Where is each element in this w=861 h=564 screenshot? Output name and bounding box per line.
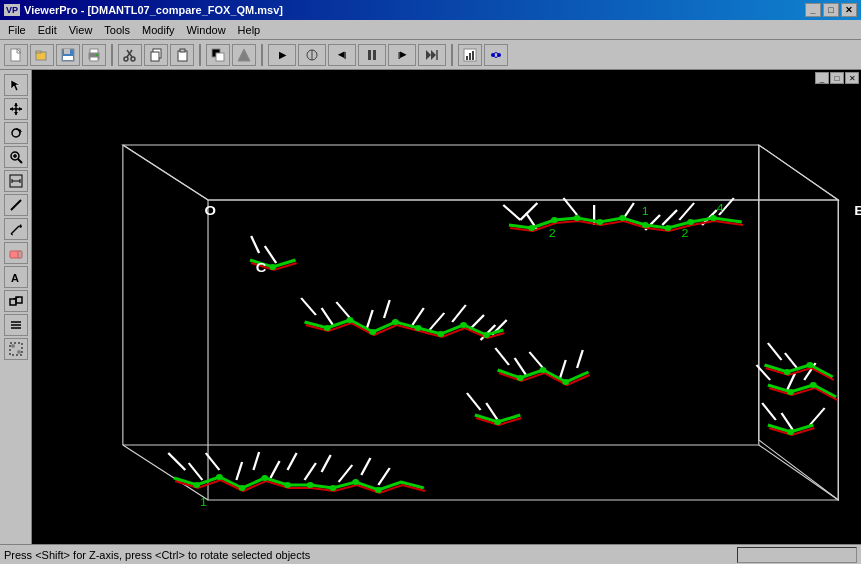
close-button[interactable]: ✕ bbox=[841, 3, 857, 17]
transform-tool[interactable] bbox=[4, 290, 28, 312]
menu-modify[interactable]: Modify bbox=[136, 22, 180, 38]
draw-tool[interactable] bbox=[4, 218, 28, 240]
svg-line-53 bbox=[11, 200, 21, 210]
svg-text:4: 4 bbox=[717, 202, 724, 214]
maximize-button[interactable]: □ bbox=[823, 3, 839, 17]
svg-marker-27 bbox=[426, 50, 431, 60]
svg-line-56 bbox=[11, 234, 13, 235]
svg-rect-32 bbox=[469, 53, 471, 60]
svg-rect-33 bbox=[472, 51, 474, 60]
zoom-tool[interactable] bbox=[4, 146, 28, 168]
svg-point-93 bbox=[574, 215, 581, 221]
menu-bar: File Edit View Tools Modify Window Help bbox=[0, 20, 861, 40]
svg-point-160 bbox=[216, 474, 223, 480]
svg-marker-40 bbox=[14, 112, 18, 115]
svg-point-92 bbox=[551, 217, 558, 223]
bond-tool[interactable] bbox=[4, 194, 28, 216]
svg-text:1: 1 bbox=[200, 496, 207, 508]
svg-point-94 bbox=[596, 219, 603, 225]
svg-point-144 bbox=[787, 389, 794, 395]
group-tool[interactable] bbox=[4, 338, 28, 360]
sep2 bbox=[199, 44, 201, 66]
label-tool[interactable]: A bbox=[4, 266, 28, 288]
step-fwd-button[interactable]: |▶ bbox=[388, 44, 416, 66]
svg-point-118 bbox=[392, 319, 399, 325]
select-tool[interactable] bbox=[4, 74, 28, 96]
fast-fwd-button[interactable] bbox=[418, 44, 446, 66]
minimize-button[interactable]: _ bbox=[805, 3, 821, 17]
save-button[interactable] bbox=[56, 44, 80, 66]
title-bar-left: VP ViewerPro - [DMANTL07_compare_FOX_QM.… bbox=[4, 4, 283, 16]
svg-rect-26 bbox=[373, 50, 376, 60]
animate-button[interactable] bbox=[484, 44, 508, 66]
inner-minimize-button[interactable]: _ bbox=[815, 72, 829, 84]
svg-marker-55 bbox=[19, 224, 22, 228]
svg-point-117 bbox=[369, 329, 376, 335]
inner-window-controls: _ □ ✕ bbox=[813, 70, 861, 86]
step-back-button[interactable]: ◀| bbox=[328, 44, 356, 66]
svg-text:2: 2 bbox=[682, 227, 689, 239]
menu-help[interactable]: Help bbox=[232, 22, 267, 38]
svg-point-161 bbox=[239, 485, 246, 491]
svg-rect-58 bbox=[18, 251, 22, 258]
svg-point-96 bbox=[642, 222, 649, 228]
pause-button[interactable] bbox=[358, 44, 386, 66]
svg-point-115 bbox=[324, 325, 331, 331]
main-area: A bbox=[0, 70, 861, 544]
viewport[interactable]: 2 1 2 4 bbox=[32, 70, 861, 544]
svg-marker-42 bbox=[19, 107, 22, 111]
svg-marker-39 bbox=[14, 103, 18, 106]
svg-rect-7 bbox=[63, 56, 73, 60]
copy-button[interactable] bbox=[144, 44, 168, 66]
svg-rect-25 bbox=[368, 50, 371, 60]
title-bar-right: _ □ ✕ bbox=[805, 3, 857, 17]
color-bg-button[interactable] bbox=[232, 44, 256, 66]
svg-point-162 bbox=[261, 475, 268, 481]
translate-tool[interactable] bbox=[4, 98, 28, 120]
svg-point-116 bbox=[347, 317, 354, 323]
svg-point-14 bbox=[124, 57, 128, 61]
svg-marker-41 bbox=[10, 107, 13, 111]
open-button[interactable] bbox=[30, 44, 54, 66]
svg-point-164 bbox=[307, 482, 314, 488]
svg-point-119 bbox=[415, 325, 422, 331]
new-button[interactable] bbox=[4, 44, 28, 66]
menu-tools[interactable]: Tools bbox=[98, 22, 136, 38]
eraser-tool[interactable] bbox=[4, 242, 28, 264]
measure-tool[interactable] bbox=[4, 170, 28, 192]
inner-maximize-button[interactable]: □ bbox=[830, 72, 844, 84]
graph-button[interactable] bbox=[458, 44, 482, 66]
inner-close-button[interactable]: ✕ bbox=[845, 72, 859, 84]
cut-button[interactable] bbox=[118, 44, 142, 66]
svg-text:O: O bbox=[205, 203, 217, 218]
svg-point-91 bbox=[528, 225, 535, 231]
svg-point-121 bbox=[460, 322, 467, 328]
play-button[interactable]: ▶ bbox=[268, 44, 296, 66]
svg-point-159 bbox=[193, 482, 200, 488]
menu-window[interactable]: Window bbox=[180, 22, 231, 38]
svg-point-163 bbox=[284, 482, 291, 488]
rotate-tool[interactable] bbox=[4, 122, 28, 144]
svg-text:1: 1 bbox=[642, 205, 649, 217]
svg-point-142 bbox=[784, 369, 791, 375]
svg-text:A: A bbox=[11, 272, 19, 284]
record-button[interactable] bbox=[298, 44, 326, 66]
svg-point-98 bbox=[687, 219, 694, 225]
svg-rect-5 bbox=[64, 49, 70, 54]
svg-point-133 bbox=[494, 419, 501, 425]
svg-point-68 bbox=[17, 350, 21, 354]
svg-marker-22 bbox=[238, 49, 250, 61]
menu-file[interactable]: File bbox=[2, 22, 32, 38]
svg-point-132 bbox=[562, 379, 569, 385]
color-fg-button[interactable] bbox=[206, 44, 230, 66]
app-icon: VP bbox=[4, 4, 20, 16]
print-button[interactable] bbox=[82, 44, 106, 66]
svg-point-166 bbox=[352, 479, 359, 485]
align-tool[interactable] bbox=[4, 314, 28, 336]
menu-edit[interactable]: Edit bbox=[32, 22, 63, 38]
svg-point-97 bbox=[665, 225, 672, 231]
svg-rect-17 bbox=[151, 52, 159, 61]
svg-point-145 bbox=[810, 382, 817, 388]
paste-button[interactable] bbox=[170, 44, 194, 66]
menu-view[interactable]: View bbox=[63, 22, 99, 38]
